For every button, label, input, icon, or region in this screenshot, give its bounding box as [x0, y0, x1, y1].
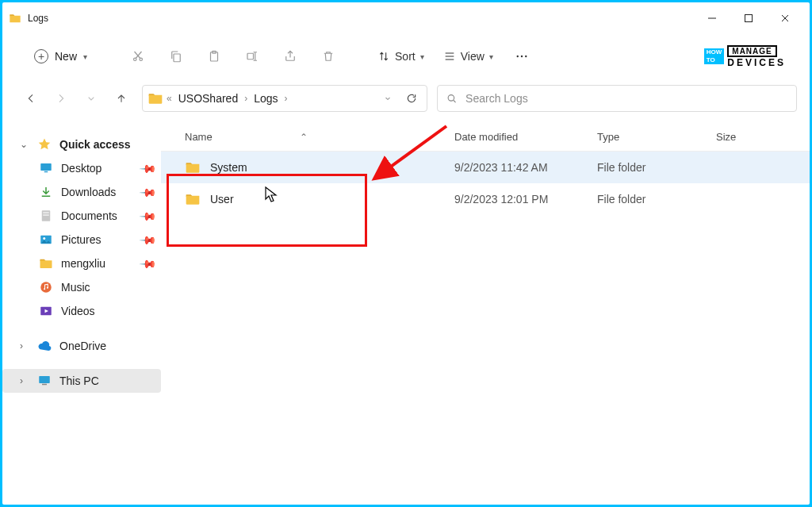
column-type[interactable]: Type [597, 131, 716, 143]
pin-icon: 📌 [139, 159, 157, 177]
chevron-down-icon: ▾ [489, 52, 493, 61]
sidebar-item-documents[interactable]: Documents 📌 [2, 204, 161, 228]
sidebar-item-mengxliu[interactable]: mengxliu 📌 [2, 252, 161, 275]
file-date: 9/2/2023 12:01 PM [454, 193, 597, 205]
breadcrumb-prefix: « [167, 93, 172, 104]
chevron-down-icon: ⌄ [20, 139, 29, 150]
nav-row: « USOShared › Logs › [2, 79, 810, 118]
sidebar-quick-access[interactable]: ⌄ Quick access [2, 133, 161, 156]
search-icon [446, 92, 458, 105]
chevron-down-icon: ▾ [420, 52, 424, 61]
file-type: File folder [597, 161, 716, 174]
share-button[interactable] [274, 40, 306, 72]
breadcrumb-part[interactable]: Logs [251, 92, 281, 105]
file-row[interactable]: System 9/2/2023 11:42 AM File folder [161, 152, 810, 183]
file-row[interactable]: User 9/2/2023 12:01 PM File folder [161, 183, 810, 215]
back-button[interactable] [20, 87, 42, 109]
document-icon [39, 209, 53, 223]
sidebar-item-music[interactable]: Music [2, 275, 161, 299]
video-icon [39, 304, 53, 318]
new-button[interactable]: + New ▾ [26, 44, 95, 68]
svg-rect-22 [39, 376, 50, 383]
sidebar-this-pc[interactable]: › This PC [2, 369, 161, 393]
column-name[interactable]: Name⌃ [185, 131, 454, 143]
sidebar-item-pictures[interactable]: Pictures 📌 [2, 228, 161, 252]
star-icon [37, 137, 52, 152]
svg-point-2 [140, 58, 142, 60]
more-button[interactable] [506, 40, 538, 72]
svg-rect-14 [43, 213, 49, 213]
sidebar-item-videos[interactable]: Videos [2, 299, 161, 323]
svg-point-8 [521, 56, 523, 57]
delete-button[interactable] [312, 40, 344, 72]
folder-icon [39, 256, 53, 271]
pc-icon [37, 374, 52, 388]
sidebar: ⌄ Quick access Desktop 📌 Downloads 📌 Doc… [2, 118, 161, 505]
svg-rect-11 [40, 163, 52, 171]
maximize-button[interactable] [730, 6, 767, 31]
file-name: User [210, 193, 234, 205]
folder-icon [185, 159, 201, 175]
search-input[interactable] [465, 92, 788, 105]
view-button[interactable]: View ▾ [437, 47, 500, 66]
svg-rect-13 [42, 210, 51, 221]
sidebar-item-label: Documents [61, 209, 117, 222]
address-bar[interactable]: « USOShared › Logs › [142, 85, 427, 112]
svg-point-1 [134, 58, 136, 60]
svg-point-17 [43, 237, 45, 240]
svg-rect-0 [745, 15, 753, 22]
svg-point-9 [525, 56, 527, 57]
new-label: New [55, 50, 77, 63]
toolbar: + New ▾ Sort ▾ View ▾ HOW TO [2, 34, 810, 79]
copy-button[interactable] [160, 40, 192, 72]
file-date: 9/2/2023 11:42 AM [454, 161, 597, 174]
refresh-button[interactable] [401, 88, 422, 109]
chevron-right-icon: › [244, 93, 247, 104]
sidebar-item-label: Music [61, 281, 90, 294]
chevron-right-icon: › [20, 375, 29, 386]
history-dropdown[interactable] [377, 88, 398, 109]
pin-icon: 📌 [139, 254, 157, 272]
sidebar-item-desktop[interactable]: Desktop 📌 [2, 156, 161, 180]
chevron-right-icon: › [285, 93, 288, 104]
svg-rect-6 [247, 53, 254, 60]
sidebar-item-label: Pictures [61, 233, 102, 246]
column-date[interactable]: Date modified [454, 131, 597, 143]
pin-icon: 📌 [139, 206, 157, 225]
sidebar-item-label: Downloads [61, 186, 116, 198]
sort-button[interactable]: Sort ▾ [371, 47, 431, 66]
folder-icon [185, 191, 201, 207]
minimize-button[interactable] [694, 6, 730, 31]
svg-point-20 [47, 287, 48, 289]
pin-icon: 📌 [139, 230, 157, 248]
pictures-icon [39, 232, 53, 247]
svg-point-7 [516, 56, 518, 57]
sort-label: Sort [395, 50, 416, 63]
cut-button[interactable] [122, 40, 154, 72]
paste-button[interactable] [198, 40, 230, 72]
sidebar-item-downloads[interactable]: Downloads 📌 [2, 180, 161, 204]
sidebar-item-label: Videos [61, 305, 95, 317]
column-size[interactable]: Size [716, 131, 779, 143]
explorer-window: Logs + New ▾ Sort ▾ View ▾ [2, 2, 810, 505]
search-box[interactable] [437, 85, 797, 112]
pin-icon: 📌 [139, 182, 157, 201]
chevron-right-icon: › [20, 340, 29, 351]
sidebar-onedrive[interactable]: › OneDrive [2, 334, 161, 358]
svg-point-10 [448, 95, 454, 102]
chevron-down-icon: ▾ [83, 52, 87, 61]
close-button[interactable] [767, 6, 803, 31]
breadcrumb-part[interactable]: USOShared [175, 92, 241, 105]
desktop-icon [39, 161, 53, 175]
svg-point-19 [44, 288, 45, 290]
up-button[interactable] [110, 87, 132, 109]
watermark-logo: HOW TO MANAGE DEVICES [704, 45, 786, 68]
forward-button[interactable] [50, 87, 72, 109]
recent-dropdown[interactable] [80, 87, 102, 109]
view-label: View [461, 50, 485, 63]
svg-rect-12 [44, 171, 48, 173]
music-icon [39, 280, 53, 294]
sort-indicator-icon: ⌃ [300, 132, 308, 143]
svg-point-18 [40, 282, 52, 293]
rename-button[interactable] [236, 40, 268, 72]
